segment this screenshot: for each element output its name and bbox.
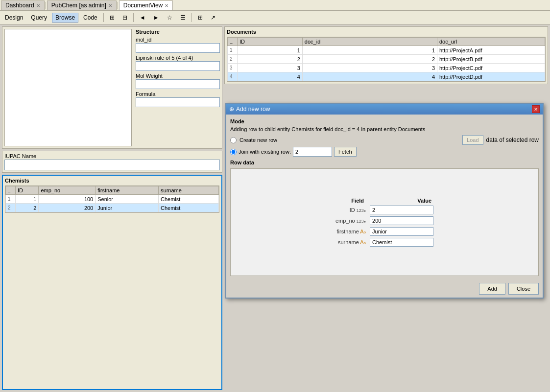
documents-table-container: ... ID doc_id doc_url 1 1 1 http://Proje… [227, 37, 546, 82]
mode-section-title: Mode [230, 118, 539, 124]
documents-cell-docurl: http://ProjectA.pdf [437, 46, 545, 55]
chemists-header-row: ... ID emp_no firstname surname [6, 186, 219, 195]
field-value-input[interactable] [370, 206, 433, 214]
left-panel: Structure mol_id Lipinski rule of 5 (4 o… [2, 26, 222, 390]
join-value-input[interactable] [293, 147, 332, 157]
documents-table-row[interactable]: 4 4 4 http://ProjectD.pdf [228, 72, 545, 81]
tab-dashboard-label: Dashboard [5, 2, 34, 9]
toolbar-icon-4[interactable]: ► [150, 13, 162, 22]
toolbar-icon-8[interactable]: ↗ [208, 13, 218, 22]
field-name-cell: ID 123● [334, 205, 368, 215]
field-value-table: Field Value ID 123● emp_no 123● firstnam… [334, 197, 435, 248]
close-button[interactable]: Close [508, 283, 539, 295]
documents-cell-id: 2 [238, 55, 303, 64]
field-name-cell: firstname Ao [334, 226, 368, 237]
documents-cell-id: 3 [238, 64, 303, 72]
documents-cell-id: 1 [238, 46, 303, 55]
mol-weight-input[interactable] [136, 79, 220, 89]
documents-table-row[interactable]: 2 2 2 http://ProjectB.pdf [228, 55, 545, 64]
code-button[interactable]: Code [80, 13, 100, 22]
documents-table-row[interactable]: 3 3 3 http://ProjectC.pdf [228, 64, 545, 72]
tab-documentview[interactable]: DocumentView ✕ [119, 0, 173, 10]
structure-title: Structure [136, 29, 220, 35]
field-value-cell[interactable] [368, 226, 435, 237]
tab-pubchem-close[interactable]: ✕ [108, 3, 112, 8]
toolbar-icon-5[interactable]: ☆ [164, 13, 175, 22]
documents-col-id[interactable]: ID [238, 38, 303, 46]
toolbar-icon-7[interactable]: ⊞ [195, 13, 206, 22]
mol-id-input[interactable] [136, 43, 220, 53]
lipinski-input[interactable] [136, 61, 220, 71]
field-value-row: firstname Ao [334, 226, 435, 237]
field-value-cell[interactable] [368, 205, 435, 215]
field-value-cell[interactable] [368, 215, 435, 226]
chemists-cell-firstname: Senior [96, 195, 159, 204]
chemists-col-empno[interactable]: emp_no [39, 186, 96, 195]
dialog-title: ⊕ Add new row [229, 106, 270, 113]
chemists-cell-id: 2 [16, 204, 39, 212]
toolbar-icon-2[interactable]: ⊟ [120, 13, 130, 22]
row-data-inner: Field Value ID 123● emp_no 123● firstnam… [334, 197, 435, 248]
documents-col-docurl[interactable]: doc_url [437, 38, 545, 46]
field-value-cell[interactable] [368, 237, 435, 248]
toolbar-divider-3 [191, 13, 192, 22]
iupac-label: IUPAC Name [4, 153, 220, 159]
chemists-cell-surname: Chemist [159, 204, 219, 212]
documents-row-num: 3 [228, 64, 238, 72]
design-button[interactable]: Design [2, 13, 26, 22]
create-new-radio[interactable] [230, 137, 237, 143]
toolbar-divider-2 [133, 13, 134, 22]
formula-label: Formula [136, 91, 220, 97]
chemists-col-surname[interactable]: surname [159, 186, 219, 195]
documents-col-docid[interactable]: doc_id [302, 38, 437, 46]
documents-row-num: 2 [228, 55, 238, 64]
fields-header: Field [334, 197, 368, 205]
chemists-col-firstname[interactable]: firstname [96, 186, 159, 195]
query-button[interactable]: Query [28, 13, 50, 22]
chemists-row-num: 1 [6, 195, 16, 204]
iupac-input[interactable] [4, 160, 220, 170]
field-value-input[interactable] [370, 238, 433, 247]
iupac-section: IUPAC Name [2, 151, 222, 173]
toolbar-icon-1[interactable]: ⊞ [107, 13, 118, 22]
mol-weight-row: Mol Weight [136, 73, 220, 89]
chemists-table-row[interactable]: 2 2 200 Junior Chemist [6, 204, 219, 212]
chemists-cell-empno: 200 [39, 204, 96, 212]
field-name-cell: emp_no 123● [334, 215, 368, 226]
browse-button[interactable]: Browse [52, 13, 78, 23]
fetch-button[interactable]: Fetch [334, 147, 357, 157]
tab-separator-2 [118, 2, 118, 9]
documents-section: Documents ... ID doc_id doc_url [224, 26, 548, 84]
chemists-header-rownum: ... [6, 186, 16, 195]
tab-pubchem[interactable]: PubChem [as admin] ✕ [47, 0, 117, 10]
dialog-body: Mode Adding row to child entity Chemists… [226, 115, 543, 280]
chemists-col-id[interactable]: ID [16, 186, 39, 195]
join-radio[interactable] [230, 149, 237, 155]
chemists-row-num: 2 [6, 204, 16, 212]
formula-input[interactable] [136, 97, 220, 107]
dialog-close-button[interactable]: ✕ [532, 105, 540, 113]
toolbar-icon-6[interactable]: ☰ [177, 13, 189, 22]
chemists-table-row[interactable]: 1 1 100 Senior Chemist [6, 195, 219, 204]
mol-id-row: mol_id [136, 37, 220, 53]
toolbar: Design Query Browse Code ⊞ ⊟ ◄ ► ☆ ☰ ⊞ ↗ [0, 11, 550, 24]
field-value-input[interactable] [370, 227, 433, 236]
tab-documentview-close[interactable]: ✕ [165, 3, 168, 8]
dialog-footer: Add Close [226, 280, 543, 298]
load-button[interactable]: Load [462, 135, 483, 145]
documents-dots: ... [230, 40, 234, 45]
chemists-cell-firstname: Junior [96, 204, 159, 212]
toolbar-icon-3[interactable]: ◄ [137, 13, 148, 22]
documents-table-row[interactable]: 1 1 1 http://ProjectA.pdf [228, 46, 545, 55]
row-data-section: Field Value ID 123● emp_no 123● firstnam… [230, 168, 539, 276]
documents-cell-docurl: http://ProjectD.pdf [437, 72, 545, 81]
chemists-cell-id: 1 [16, 195, 39, 204]
tab-bar: Dashboard ✕ PubChem [as admin] ✕ Documen… [0, 0, 550, 11]
tab-dashboard[interactable]: Dashboard ✕ [1, 0, 45, 10]
chemists-table-container: ... ID emp_no firstname surname 1 1 100 … [5, 185, 219, 213]
field-name-cell: surname Ao [334, 237, 368, 248]
tab-dashboard-close[interactable]: ✕ [36, 3, 40, 8]
lipinski-label: Lipinski rule of 5 (4 of 4) [136, 55, 220, 61]
add-button[interactable]: Add [479, 283, 505, 295]
field-value-input[interactable] [370, 216, 433, 225]
